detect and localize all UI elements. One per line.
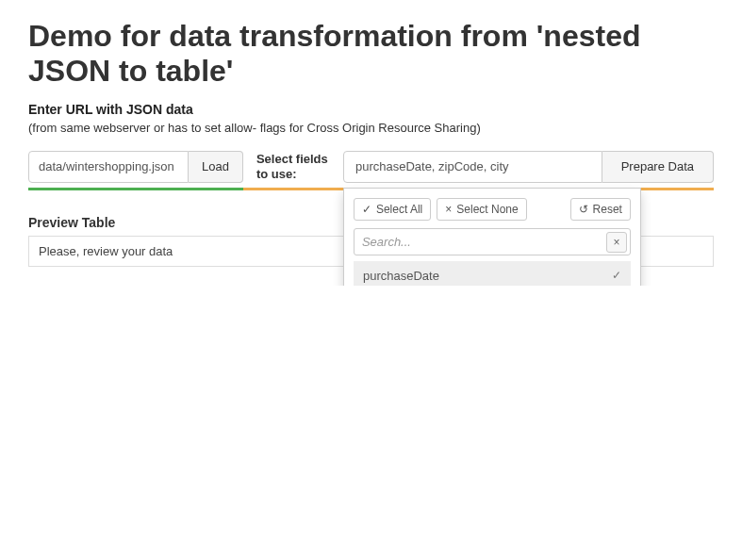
reset-label: Reset <box>593 203 622 216</box>
select-none-button[interactable]: × Select None <box>437 198 526 221</box>
x-icon: × <box>613 236 619 249</box>
undo-icon: ↺ <box>579 203 588 216</box>
field-option-label: purchaseDate <box>363 269 439 283</box>
select-all-label: Select All <box>376 203 422 216</box>
fields-label: Select fields to use: <box>243 152 343 181</box>
url-heading: Enter URL with JSON data <box>28 102 714 117</box>
load-button[interactable]: Load <box>189 151 243 183</box>
x-icon: × <box>445 203 452 216</box>
fields-list: purchaseDate✓zipCode✓city✓articles.name✓… <box>354 261 631 286</box>
page-title: Demo for data transformation from 'neste… <box>28 19 714 89</box>
select-none-label: Select None <box>456 203 518 216</box>
check-icon: ✓ <box>612 269 621 282</box>
url-input[interactable] <box>28 151 189 183</box>
url-hint: (from same webserver or has to set allow… <box>28 121 714 135</box>
select-all-button[interactable]: ✓ Select All <box>354 198 431 221</box>
clear-search-button[interactable]: × <box>606 232 627 253</box>
fields-dropdown: ✓ Select All × Select None ↺ Reset × pu <box>343 188 641 286</box>
dropdown-controls: ✓ Select All × Select None ↺ Reset <box>354 198 631 221</box>
search-wrap: × <box>354 228 631 255</box>
fields-multiselect[interactable]: purchaseDate, zipCode, city <box>343 151 602 183</box>
reset-button[interactable]: ↺ Reset <box>570 198 631 221</box>
toolbar: Load Select fields to use: purchaseDate,… <box>28 146 714 190</box>
search-input[interactable] <box>354 228 631 255</box>
field-option[interactable]: purchaseDate✓ <box>354 261 631 286</box>
fields-group: Select fields to use: purchaseDate, zipC… <box>243 146 714 190</box>
check-icon: ✓ <box>362 203 371 216</box>
prepare-data-button[interactable]: Prepare Data <box>602 151 714 183</box>
url-group: Load <box>28 146 243 190</box>
